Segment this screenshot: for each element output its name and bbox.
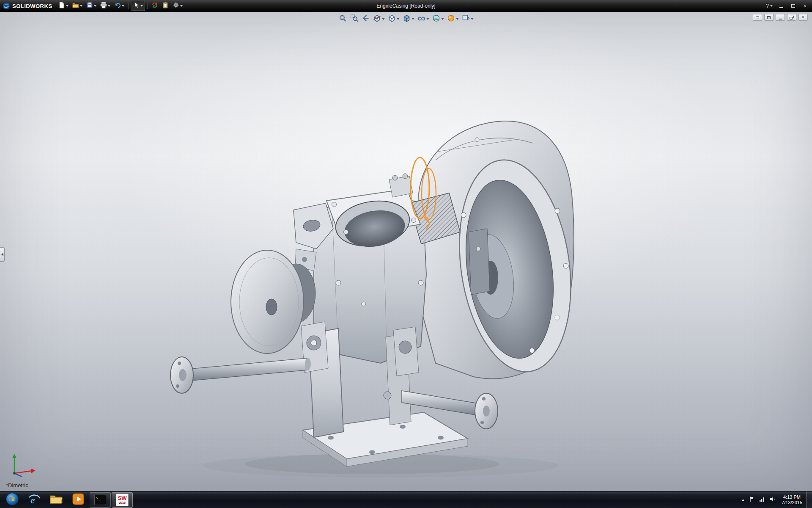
dropdown-caret-icon bbox=[456, 18, 459, 20]
model-canvas[interactable] bbox=[0, 12, 812, 491]
select-cursor-icon bbox=[133, 2, 140, 10]
undo-icon bbox=[114, 2, 121, 10]
windows-explorer-button[interactable] bbox=[46, 492, 67, 508]
rebuild-icon bbox=[151, 2, 158, 10]
featuremanager-expand-tab[interactable] bbox=[0, 247, 5, 262]
media-player-button[interactable] bbox=[68, 492, 89, 508]
previous-view-button[interactable] bbox=[361, 14, 371, 25]
show-hidden-icons-button[interactable] bbox=[739, 491, 747, 508]
dropdown-caret-icon bbox=[770, 5, 773, 7]
solidworks-icon-badge: 2015 bbox=[119, 501, 126, 504]
cascade-windows-button[interactable] bbox=[764, 14, 774, 21]
zoom-to-area-icon bbox=[350, 14, 359, 24]
print-icon bbox=[100, 2, 107, 10]
help-glyph: ? bbox=[766, 3, 769, 9]
hide-show-items-icon bbox=[417, 14, 426, 24]
section-view-icon bbox=[373, 14, 381, 24]
screen: SOLIDWORKS bbox=[0, 0, 812, 508]
maximize-button[interactable] bbox=[787, 2, 798, 10]
solidworks-2015-button[interactable]: SW 2015 bbox=[112, 492, 133, 508]
minimize-document-button[interactable] bbox=[776, 14, 785, 21]
close-document-button[interactable]: × bbox=[798, 14, 808, 21]
options-button[interactable] bbox=[171, 1, 184, 11]
help-button[interactable]: ? bbox=[764, 2, 775, 10]
minimize-document-icon bbox=[779, 19, 782, 19]
apply-scene-icon bbox=[432, 14, 441, 24]
new-document-icon bbox=[58, 2, 65, 10]
chevron-up-icon bbox=[741, 499, 745, 501]
dropdown-caret-icon bbox=[442, 18, 444, 20]
save-button[interactable] bbox=[85, 1, 98, 11]
start-button[interactable] bbox=[2, 492, 23, 508]
options-gear-icon bbox=[173, 2, 179, 10]
taskbar: e >_ SW 2015 bbox=[0, 491, 812, 508]
ds-logo-icon bbox=[3, 2, 10, 10]
section-view-button[interactable] bbox=[372, 14, 386, 25]
dropdown-caret-icon bbox=[108, 5, 110, 7]
file-properties-button[interactable] bbox=[160, 1, 170, 11]
brand-text: SOLIDWORKS bbox=[12, 3, 52, 9]
tile-windows-button[interactable] bbox=[753, 14, 762, 21]
reference-triad bbox=[8, 451, 38, 480]
system-tray: 4:13 PM 7/13/2015 bbox=[739, 491, 812, 508]
open-button[interactable] bbox=[71, 1, 84, 11]
restore-document-icon bbox=[790, 16, 794, 19]
dropdown-caret-icon bbox=[94, 5, 96, 7]
command-prompt-button[interactable]: >_ bbox=[90, 492, 111, 508]
taskbar-clock[interactable]: 4:13 PM 7/13/2015 bbox=[777, 491, 807, 508]
rebuild-button[interactable] bbox=[150, 1, 160, 11]
dropdown-caret-icon bbox=[412, 18, 414, 20]
command-prompt-icon: >_ bbox=[94, 495, 106, 505]
action-center-button[interactable] bbox=[747, 491, 757, 508]
tile-windows-icon bbox=[756, 16, 759, 19]
print-button[interactable] bbox=[99, 1, 112, 11]
minimize-button[interactable] bbox=[776, 2, 787, 10]
clock-time: 4:13 PM bbox=[783, 494, 801, 500]
display-style-button[interactable] bbox=[402, 14, 415, 25]
engine-casing-model[interactable] bbox=[170, 121, 584, 478]
view-orientation-label: *Dimetric bbox=[6, 482, 28, 489]
dropdown-caret-icon bbox=[471, 18, 474, 20]
clock-date: 7/13/2015 bbox=[782, 500, 802, 505]
flag-icon bbox=[749, 496, 755, 504]
edit-appearance-button[interactable] bbox=[446, 14, 460, 25]
graphics-area[interactable]: × *Dimetric bbox=[0, 12, 812, 491]
cascade-windows-icon bbox=[767, 16, 771, 19]
volume-button[interactable] bbox=[767, 491, 777, 508]
dropdown-caret-icon bbox=[80, 5, 82, 7]
network-button[interactable] bbox=[757, 491, 767, 508]
dropdown-caret-icon bbox=[397, 18, 400, 20]
apply-scene-button[interactable] bbox=[431, 14, 445, 25]
view-settings-icon bbox=[462, 14, 470, 24]
previous-view-icon bbox=[362, 14, 370, 24]
restore-document-button[interactable] bbox=[787, 14, 796, 21]
view-orientation-icon bbox=[388, 14, 396, 24]
toolbar-separator bbox=[147, 3, 148, 9]
solidworks-icon-text: SW bbox=[118, 495, 127, 501]
chevron-left-icon bbox=[1, 253, 3, 256]
zoom-to-fit-button[interactable] bbox=[338, 14, 348, 25]
open-icon bbox=[72, 2, 79, 10]
windows-start-icon bbox=[5, 492, 19, 508]
hide-show-items-button[interactable] bbox=[417, 14, 430, 25]
zoom-to-area-button[interactable] bbox=[349, 14, 359, 25]
undo-button[interactable] bbox=[112, 1, 126, 11]
internet-explorer-button[interactable]: e bbox=[24, 492, 45, 508]
save-icon bbox=[86, 2, 93, 10]
folder-icon bbox=[49, 494, 63, 506]
dropdown-caret-icon bbox=[122, 5, 124, 7]
view-orientation-button[interactable] bbox=[387, 14, 401, 25]
select-button[interactable] bbox=[131, 1, 145, 11]
new-document-button[interactable] bbox=[57, 1, 70, 11]
main-toolbar bbox=[57, 1, 184, 11]
network-icon bbox=[759, 496, 765, 504]
close-icon: × bbox=[803, 3, 806, 9]
close-button[interactable]: × bbox=[799, 2, 810, 10]
view-settings-button[interactable] bbox=[461, 14, 475, 25]
show-desktop-button[interactable] bbox=[807, 491, 812, 508]
maximize-icon bbox=[791, 4, 795, 8]
dropdown-caret-icon bbox=[382, 18, 385, 20]
dropdown-caret-icon bbox=[140, 5, 143, 7]
svg-text:e: e bbox=[30, 494, 35, 505]
close-document-icon: × bbox=[802, 15, 804, 19]
